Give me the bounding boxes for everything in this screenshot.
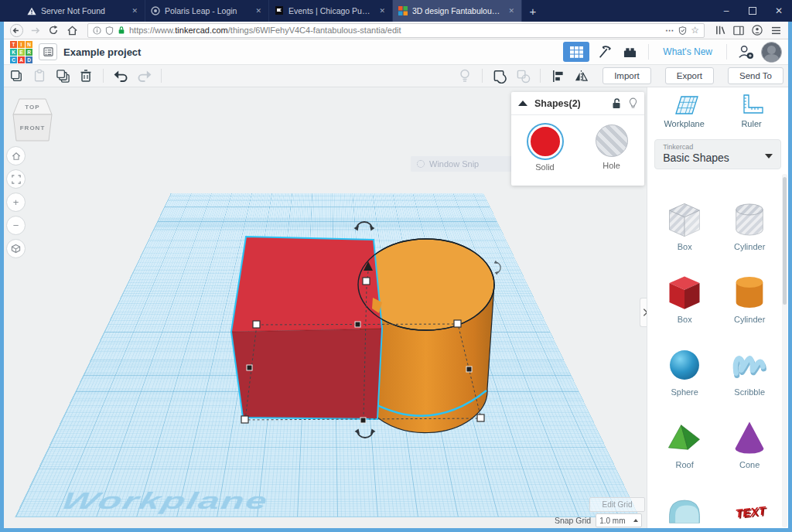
tab-server-not-found[interactable]: Server Not Found ✕	[22, 0, 145, 22]
shape-item-cylinder[interactable]: Cylinder	[717, 251, 782, 324]
tools-button[interactable]	[596, 43, 614, 60]
import-button[interactable]: Import	[603, 67, 651, 84]
home-view-button[interactable]	[6, 146, 26, 165]
back-button[interactable]	[9, 22, 24, 38]
page-actions-icon[interactable]: ⋯	[665, 26, 674, 36]
undo-button[interactable]	[113, 68, 128, 84]
3d-canvas[interactable]: Workplane	[4, 87, 647, 528]
tab-close-icon[interactable]: ✕	[254, 7, 263, 15]
shape-item-sphere[interactable]: Sphere	[652, 324, 717, 397]
duplicate-button[interactable]	[55, 68, 70, 84]
rotate-handle-bottom[interactable]	[355, 429, 376, 438]
shape-item-cone[interactable]: Cone	[717, 397, 782, 469]
tab-tinkercad-design[interactable]: 3D design Fantabulous Stantia ✕	[393, 0, 522, 22]
url-bar[interactable]: https://www.tinkercad.com/things/6WlFehy…	[87, 23, 705, 38]
menu-button[interactable]	[768, 22, 783, 38]
snap-grid-label: Snap Grid	[555, 516, 591, 525]
sidebar-collapse-handle[interactable]	[640, 298, 647, 327]
ruler-tool[interactable]: Ruler	[718, 94, 785, 128]
ungroup-icon	[516, 69, 531, 84]
whats-new-link[interactable]: What's New	[663, 46, 712, 57]
mirror-icon	[574, 70, 589, 83]
sidebar-scrollbar[interactable]	[782, 174, 787, 527]
bricks-button[interactable]	[620, 43, 639, 60]
avatar[interactable]	[761, 42, 782, 63]
delete-button[interactable]	[78, 68, 94, 84]
new-tab-button[interactable]: +	[522, 0, 544, 22]
rotate-handle-right[interactable]	[493, 260, 501, 275]
minimize-button[interactable]: –	[713, 0, 739, 22]
maximize-button[interactable]	[739, 0, 766, 22]
shape-item-cylinder-hole[interactable]: Cylinder	[717, 179, 782, 251]
library-button[interactable]	[712, 22, 728, 38]
shape-item-round-roof[interactable]: Round Roof	[652, 469, 717, 528]
logo-tile: D	[26, 56, 32, 63]
tab-title: Polaris Leap - Login	[165, 6, 249, 15]
rotate-handle-top[interactable]	[354, 222, 375, 231]
scrollbar-thumb[interactable]	[783, 177, 787, 305]
show-hide-icon[interactable]	[629, 97, 637, 109]
zoom-in-button[interactable]: +	[6, 193, 26, 212]
shape-item-text[interactable]: Text	[717, 469, 782, 528]
perspective-toggle-button[interactable]	[6, 239, 26, 258]
align-button[interactable]	[550, 68, 565, 84]
sidebar-tools: Workplane Ruler	[647, 87, 788, 133]
box-hole-icon	[664, 200, 705, 240]
solid-option[interactable]: Solid	[528, 124, 562, 172]
logo-tile: A	[18, 56, 25, 63]
perspective-icon	[11, 244, 21, 254]
paste-button[interactable]	[32, 68, 47, 84]
ungroup-button[interactable]	[515, 68, 531, 84]
invite-button[interactable]	[736, 43, 755, 60]
view-cube[interactable]: TOP FRONT	[11, 97, 54, 147]
shapes-sidebar: Workplane Ruler Tinkercad Basic Shapes	[647, 87, 788, 528]
show-all-button[interactable]	[457, 68, 473, 84]
text-shape-icon	[729, 490, 770, 528]
account-button[interactable]	[749, 22, 765, 38]
warning-icon	[27, 7, 36, 15]
snap-grid-select[interactable]: 1.0 mm	[596, 513, 642, 527]
reload-icon	[48, 25, 59, 36]
bookmark-star-icon[interactable]: ☆	[691, 25, 699, 36]
sidebars-button[interactable]	[731, 22, 746, 38]
tab-close-icon[interactable]: ✕	[130, 7, 139, 15]
shape-item-roof[interactable]: Roof	[652, 397, 717, 469]
edit-grid-button[interactable]: Edit Grid	[589, 497, 645, 512]
tab-polaris-leap[interactable]: Polaris Leap - Login ✕	[145, 0, 269, 22]
reload-button[interactable]	[46, 22, 61, 38]
copy-button[interactable]	[9, 68, 24, 84]
fit-view-button[interactable]	[6, 169, 26, 189]
pocket-shield-icon[interactable]	[678, 26, 687, 35]
browser-titlebar: Server Not Found ✕ Polaris Leap - Login …	[0, 0, 792, 22]
tab-cpl-events[interactable]: Events | Chicago Public Library ✕	[269, 0, 393, 22]
redo-icon	[137, 70, 152, 82]
tab-close-icon[interactable]: ✕	[377, 7, 387, 15]
dropdown-brand: Tinkercad	[663, 143, 773, 151]
brick-icon	[623, 46, 637, 59]
blocks-view-button[interactable]	[563, 42, 589, 62]
export-button[interactable]: Export	[665, 67, 714, 84]
close-button[interactable]: ✕	[766, 0, 792, 22]
shape-item-box-hole[interactable]: Box	[652, 179, 717, 251]
zoom-out-button[interactable]: −	[6, 216, 26, 235]
shape-item-scribble[interactable]: Scribble	[717, 324, 782, 397]
sphere-icon	[664, 345, 705, 385]
tinkercad-logo[interactable]: T I N K E R C A D	[10, 41, 32, 63]
send-to-button[interactable]: Send To	[728, 67, 783, 84]
logo-tile: C	[10, 56, 17, 63]
mirror-button[interactable]	[573, 68, 589, 84]
redo-button[interactable]	[136, 68, 152, 84]
back-icon	[9, 23, 24, 38]
workplane-tool[interactable]: Workplane	[650, 94, 718, 128]
home-button[interactable]	[64, 22, 80, 38]
shape-category-dropdown[interactable]: Tinkercad Basic Shapes	[654, 139, 781, 169]
tab-close-icon[interactable]: ✕	[507, 7, 516, 15]
group-button[interactable]	[492, 68, 507, 84]
hole-option[interactable]: Hole	[596, 124, 628, 172]
forward-button[interactable]	[27, 22, 43, 38]
shape-item-box[interactable]: Box	[652, 251, 717, 324]
project-menu-button[interactable]	[39, 43, 57, 60]
unlock-icon[interactable]	[611, 97, 622, 109]
library-icon	[715, 25, 726, 36]
collapse-icon[interactable]	[518, 101, 527, 106]
